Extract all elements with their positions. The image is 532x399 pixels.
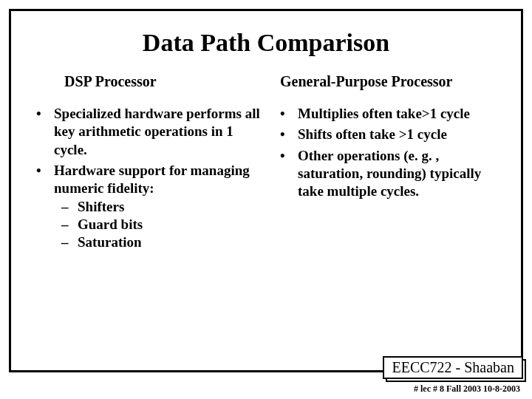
list-item: Hardware support for managing numeric fi… (26, 162, 262, 252)
right-column: General-Purpose Processor Multiplies oft… (270, 70, 506, 255)
slide-page: Data Path Comparison DSP Processor Speci… (0, 0, 532, 399)
right-bullet-list: Multiplies often take>1 cycle Shifts oft… (270, 105, 506, 201)
list-item-text: Hardware support for managing numeric fi… (54, 163, 250, 196)
right-column-header: General-Purpose Processor (270, 73, 506, 90)
list-item: Multiplies often take>1 cycle (270, 105, 506, 123)
left-column: DSP Processor Specialized hardware perfo… (26, 70, 262, 255)
list-item: Guard bits (54, 216, 262, 233)
slide-title: Data Path Comparison (26, 29, 506, 57)
left-sublist: Shifters Guard bits Saturation (54, 198, 262, 252)
list-item: Shifts often take >1 cycle (270, 126, 506, 143)
footer-course: EECC722 - Shaaban (383, 356, 523, 379)
list-item: Shifters (54, 198, 262, 216)
list-item: Other operations (e. g. , saturation, ro… (270, 147, 506, 201)
list-item: Saturation (54, 233, 262, 251)
list-item: Specialized hardware performs all key ar… (26, 105, 262, 159)
slide-frame: Data Path Comparison DSP Processor Speci… (9, 9, 523, 372)
left-column-header: DSP Processor (26, 73, 262, 90)
columns: DSP Processor Specialized hardware perfo… (26, 70, 506, 255)
footer-box: EECC722 - Shaaban (383, 356, 523, 379)
footer-line: # lec # 8 Fall 2003 10-8-2003 (414, 383, 520, 395)
left-bullet-list: Specialized hardware performs all key ar… (26, 105, 262, 252)
